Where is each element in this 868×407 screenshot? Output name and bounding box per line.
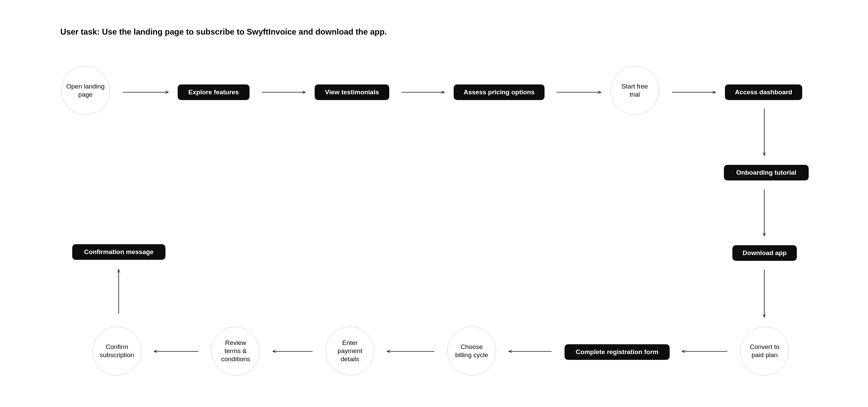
node-label: View testimonials: [325, 88, 379, 96]
node-label: Confirmation message: [84, 248, 154, 256]
node-label: Start free trial: [615, 82, 654, 99]
flow-canvas: User task: Use the landing page to subsc…: [0, 0, 868, 407]
node-enter-payment: Enter payment details: [326, 327, 374, 375]
node-start-free-trial: Start free trial: [610, 66, 659, 115]
node-label: Enter payment details: [331, 339, 369, 363]
node-view-testimonials: View testimonials: [315, 84, 389, 100]
node-review-terms: Review terms & conditions: [211, 327, 260, 375]
node-confirmation-message: Confirmation message: [72, 244, 165, 260]
node-label: Download app: [743, 249, 787, 257]
node-label: Choose billing cycle: [452, 343, 491, 359]
node-label: Review terms & conditions: [216, 339, 255, 363]
node-label: Onboarding tutorial: [736, 169, 796, 177]
node-download-app: Download app: [732, 245, 797, 261]
node-choose-billing: Choose billing cycle: [447, 327, 496, 375]
task-title: User task: Use the landing page to subsc…: [60, 27, 387, 37]
node-assess-pricing: Assess pricing options: [454, 84, 545, 100]
node-open-landing: Open landing page: [61, 66, 110, 115]
node-label: Assess pricing options: [463, 88, 534, 96]
node-confirm-subscription: Confirm subscription: [93, 327, 141, 375]
node-label: Explore features: [189, 88, 239, 96]
node-complete-registration: Complete registration form: [565, 344, 670, 360]
node-convert-paid: Convert to paid plan: [740, 327, 789, 375]
node-label: Confirm subscription: [98, 343, 136, 359]
node-explore-features: Explore features: [178, 84, 250, 100]
node-access-dashboard: Access dashboard: [725, 84, 802, 100]
node-label: Access dashboard: [735, 88, 792, 96]
node-label: Convert to paid plan: [745, 343, 784, 359]
node-onboarding: Onboarding tutorial: [724, 165, 809, 180]
node-label: Open landing page: [66, 82, 105, 99]
node-label: Complete registration form: [576, 348, 658, 356]
